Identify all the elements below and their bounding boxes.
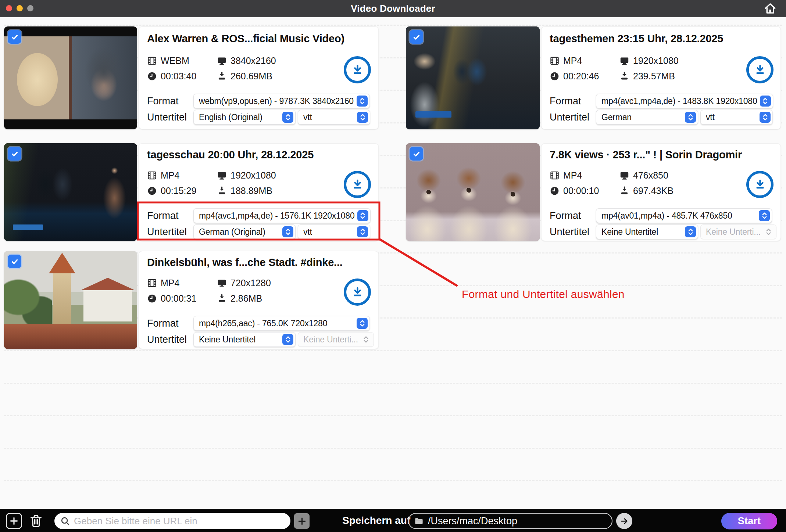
- updown-stepper-icon: [760, 112, 771, 123]
- video-title: Dinkelsbühl, was f...che Stadt. #dinke..…: [147, 256, 370, 269]
- subtitle-language-select[interactable]: English (Original): [193, 110, 296, 125]
- format-select[interactable]: mp4(avc1,mp4a,de) - 1483.8K 1920x1080: [596, 94, 773, 108]
- checkbox-check-icon: [10, 33, 19, 42]
- updown-stepper-icon: [759, 210, 770, 221]
- monitor-icon: [619, 56, 629, 66]
- monitor-icon: [217, 278, 227, 288]
- subtitle-language-select[interactable]: German: [596, 110, 698, 125]
- video-info-card: tagesthemen 23:15 Uhr, 28.12.2025 MP4 19…: [541, 26, 781, 129]
- download-button[interactable]: [746, 171, 774, 198]
- subtitle-label: Untertitel: [550, 112, 594, 123]
- subtitle-format-select[interactable]: Keine Unterti...: [298, 332, 374, 347]
- resolution: 1920x1080: [619, 55, 679, 66]
- add-url-button[interactable]: [6, 513, 22, 529]
- format-select[interactable]: mp4(av01,mp4a) - 485.7K 476x850: [596, 208, 772, 223]
- thumbnail-art: [4, 324, 137, 349]
- clock-icon: [147, 71, 157, 81]
- checkbox-check-icon: [412, 33, 421, 42]
- download-icon: [753, 177, 768, 192]
- plus-icon: [297, 516, 307, 526]
- format-row: Format webm(vp9,opus,en) - 9787.3K 3840x…: [147, 94, 370, 108]
- subtitle-format-select[interactable]: Keine Unterti...: [700, 224, 776, 239]
- format-label: Format: [147, 318, 191, 329]
- monitor-icon: [619, 170, 629, 180]
- clock-icon: [147, 186, 157, 196]
- format-row: Format mp4(avc1,mp4a,de) - 1483.8K 1920x…: [550, 94, 772, 108]
- video-info-card: 7.8K views · 253 r..." ! | Sorin Dragomi…: [541, 143, 781, 241]
- download-button[interactable]: [344, 278, 371, 306]
- subtitle-format-select[interactable]: vtt: [298, 110, 370, 125]
- film-icon: [147, 170, 157, 180]
- format-row: Format mp4(avc1,mp4a,de) - 1576.1K 1920x…: [147, 208, 370, 223]
- download-size-icon: [217, 294, 227, 303]
- format-label: Format: [147, 210, 191, 222]
- file-size: 260.69MB: [217, 71, 276, 82]
- window-title: Video Downloader: [0, 0, 786, 17]
- subtitle-format-select[interactable]: vtt: [298, 224, 370, 239]
- updown-stepper-icon: [357, 96, 368, 107]
- updown-stepper-icon: [357, 318, 368, 329]
- updown-stepper-icon: [282, 112, 293, 123]
- subtitle-language-select[interactable]: Keine Untertitel: [193, 332, 296, 347]
- video-info-card: Dinkelsbühl, was f...che Stadt. #dinke..…: [139, 251, 379, 349]
- select-checkbox[interactable]: [8, 147, 21, 161]
- download-icon: [350, 62, 365, 78]
- clock-icon: [550, 71, 560, 81]
- format-select[interactable]: mp4(avc1,mp4a,de) - 1576.1K 1920x1080: [193, 208, 371, 223]
- resolution: 3840x2160: [217, 55, 276, 66]
- annotation-text: Format und Untertitel auswählen: [462, 288, 625, 301]
- format-select[interactable]: webm(vp9,opus,en) - 9787.3K 3840x2160: [193, 94, 370, 108]
- download-icon: [350, 177, 365, 192]
- film-icon: [550, 170, 560, 180]
- film-icon: [147, 56, 157, 66]
- format-label: Format: [550, 96, 594, 107]
- video-meta: WEBM 3840x2160 00:03:40 260.69MB: [147, 55, 276, 82]
- save-to-label: Speichern auf: [342, 509, 410, 532]
- video-meta: MP4 720x1280 00:00:31 2.86MB: [147, 278, 271, 304]
- updown-stepper-icon: [282, 226, 293, 237]
- resolution: 476x850: [619, 170, 674, 181]
- delete-button[interactable]: [28, 513, 44, 529]
- format-select[interactable]: mp4(h265,aac) - 765.0K 720x1280: [193, 316, 370, 331]
- channel-logo: [415, 111, 451, 118]
- download-button[interactable]: [746, 56, 774, 83]
- thumbnail-art: [4, 278, 52, 326]
- video-title: 7.8K views · 253 r..." ! | Sorin Dragomi…: [550, 149, 772, 161]
- thumbnail-art: [53, 273, 71, 324]
- resolution: 1920x1080: [217, 170, 276, 181]
- subtitle-language-select[interactable]: Keine Untertitel: [596, 224, 698, 239]
- url-input[interactable]: [74, 514, 290, 528]
- updown-stepper-icon: [357, 226, 368, 237]
- open-folder-button[interactable]: [616, 513, 632, 529]
- download-button[interactable]: [344, 171, 371, 198]
- bottombar: Speichern auf /Users/mac/Desktop Start: [0, 509, 786, 532]
- save-path-field[interactable]: /Users/mac/Desktop: [408, 513, 612, 529]
- select-checkbox[interactable]: [8, 30, 21, 44]
- home-button[interactable]: [763, 2, 777, 16]
- trash-icon: [29, 513, 43, 529]
- select-checkbox[interactable]: [8, 255, 21, 268]
- clock-icon: [550, 186, 560, 196]
- updown-stepper-icon: [760, 96, 771, 107]
- format-row: Format mp4(av01,mp4a) - 485.7K 476x850: [550, 208, 772, 223]
- save-path-value: /Users/mac/Desktop: [428, 515, 517, 527]
- subtitle-language-select[interactable]: German (Original): [193, 224, 296, 239]
- download-icon: [350, 285, 365, 300]
- thumbnail-art: [83, 290, 132, 321]
- film-icon: [147, 278, 157, 288]
- updown-stepper-icon: [685, 226, 696, 237]
- updown-stepper-icon: [282, 334, 293, 345]
- video-title: tagesthemen 23:15 Uhr, 28.12.2025: [550, 33, 772, 45]
- subtitle-format-select[interactable]: vtt: [700, 110, 773, 125]
- download-button[interactable]: [344, 56, 371, 83]
- checkbox-check-icon: [10, 150, 19, 158]
- updown-stepper-icon: [357, 210, 368, 221]
- select-checkbox[interactable]: [410, 147, 423, 161]
- video-thumbnail: [4, 251, 137, 349]
- select-checkbox[interactable]: [410, 30, 423, 44]
- submit-url-button[interactable]: [294, 513, 310, 529]
- start-button[interactable]: Start: [721, 513, 777, 529]
- format-row: Format mp4(h265,aac) - 765.0K 720x1280: [147, 316, 370, 331]
- updown-stepper-icon: [685, 112, 696, 123]
- film-icon: [550, 56, 560, 66]
